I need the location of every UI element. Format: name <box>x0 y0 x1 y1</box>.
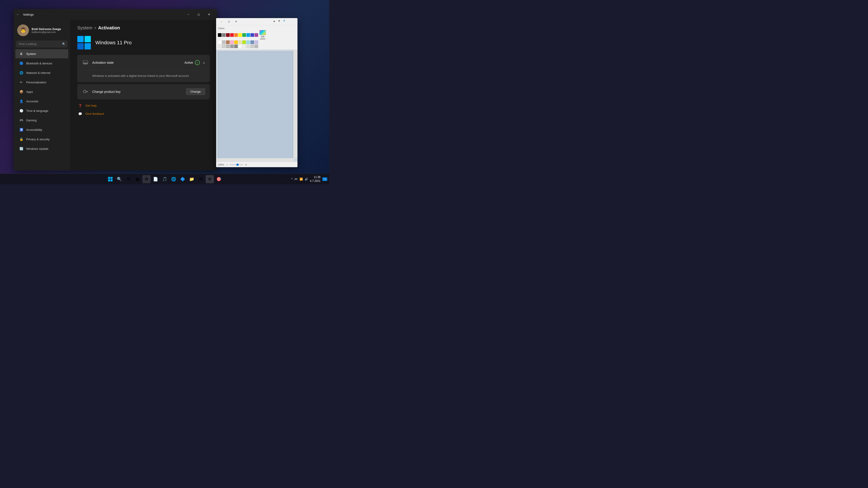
paint-maximize-button[interactable]: ◻ <box>225 19 232 24</box>
sidebar-item-privacy[interactable]: 🔒 Privacy & security <box>16 135 68 144</box>
settings-taskbar[interactable]: ⚙ <box>206 175 214 183</box>
chrome-taskbar[interactable]: 🌐 <box>169 175 178 183</box>
color-swatch-g10[interactable] <box>254 44 258 48</box>
search-icon[interactable]: 🔍 <box>62 42 66 46</box>
paint-zoom-slider[interactable] <box>230 164 243 165</box>
breadcrumb-separator: > <box>94 26 96 30</box>
color-swatch-g9[interactable] <box>250 44 254 48</box>
paint-zoom-thumb[interactable] <box>237 164 239 166</box>
breadcrumb-parent[interactable]: System <box>77 25 92 31</box>
taskbar-clock[interactable]: 11:38 4.7.2021 <box>310 175 320 183</box>
recycle-bin-taskbar[interactable]: ♻ <box>143 175 151 183</box>
color-swatch-cream[interactable] <box>238 40 242 44</box>
sidebar-item-time[interactable]: 🕐 Time & language <box>16 106 68 115</box>
update-label: Windows Update <box>26 147 49 151</box>
widgets-button[interactable]: ▦ <box>133 175 142 183</box>
color-swatch-yellow[interactable] <box>238 33 242 37</box>
color-swatch-g8[interactable] <box>246 44 250 48</box>
give-feedback-link[interactable]: 💬 Give feedback <box>77 111 210 117</box>
color-swatch-g2[interactable] <box>222 44 225 48</box>
accounts-label: Accounts <box>26 100 38 103</box>
file-taskbar[interactable]: 📄 <box>151 175 160 183</box>
close-button[interactable]: ✕ <box>204 11 214 18</box>
notification-badge[interactable]: 11 <box>322 177 327 181</box>
minimize-button[interactable]: − <box>183 11 193 18</box>
activation-card-header[interactable]: Activation state Active ✓ ▲ <box>77 55 210 70</box>
paint-zoom-minus[interactable]: − <box>226 163 228 166</box>
chevron-up-icon[interactable]: ▲ <box>203 61 205 64</box>
color-swatch-g5[interactable] <box>234 44 238 48</box>
user-profile[interactable]: 👨 Emil Geirsson Zoega krafturinn@gmail.c… <box>13 22 70 39</box>
color-swatch-black[interactable] <box>218 33 221 37</box>
paint-zoom-plus[interactable]: + <box>245 163 247 166</box>
sidebar-item-accounts[interactable]: 👤 Accounts <box>16 97 68 106</box>
sidebar-item-network[interactable]: 🌐 Network & internet <box>16 68 68 77</box>
sidebar-item-system[interactable]: 🖥 System <box>16 49 68 58</box>
svg-rect-8 <box>111 177 113 179</box>
sidebar-item-accessibility[interactable]: ♿ Accessibility <box>16 125 68 134</box>
color-swatch-blue[interactable] <box>250 33 254 37</box>
edit-colors-button[interactable]: Editcolors <box>259 30 266 40</box>
color-swatch-purple[interactable] <box>254 33 258 37</box>
color-swatch-lightgray[interactable] <box>222 40 225 44</box>
color-swatch-skyblue[interactable] <box>246 40 250 44</box>
color-swatch-darkred[interactable] <box>226 33 230 37</box>
sidebar-item-personalization[interactable]: ✏ Personalization <box>16 78 68 87</box>
task-view-button[interactable]: ⧉ <box>124 175 132 183</box>
color-swatch-lightblue[interactable] <box>246 33 250 37</box>
bluetooth-icon: 🔵 <box>19 61 24 66</box>
sidebar-item-apps[interactable]: 📦 Apps <box>16 87 68 96</box>
color-swatch-pink[interactable] <box>230 40 234 44</box>
network-tray-icon[interactable]: 📶 <box>300 177 303 181</box>
start-button[interactable] <box>106 175 114 183</box>
paint-help-button[interactable]: ? <box>282 19 286 23</box>
color-swatch-g6[interactable] <box>238 44 242 48</box>
paint-close-button[interactable]: ✕ <box>232 19 240 24</box>
color-swatch-lavender[interactable] <box>254 40 258 44</box>
sidebar-item-update[interactable]: 🔄 Windows Update <box>16 144 68 153</box>
paint-scrollbar-horizontal[interactable] <box>216 158 294 162</box>
product-key-card: Change product key Change <box>77 84 210 99</box>
desktop: ← Settings − ◻ ✕ 👨 Emil Geirsson Zoega k… <box>0 0 329 184</box>
sys-tray-expand[interactable]: ^ <box>291 177 292 181</box>
color-swatch-g3[interactable] <box>226 44 230 48</box>
personalization-label: Personalization <box>26 80 46 84</box>
color-swatch-gray[interactable] <box>222 33 225 37</box>
sidebar-item-gaming[interactable]: 🎮 Gaming <box>16 116 68 125</box>
color-swatch-g1[interactable] <box>218 44 221 48</box>
paint-nav-up[interactable]: ▲ <box>272 19 276 23</box>
color-swatch-g4[interactable] <box>230 44 234 48</box>
paint-minimize-button[interactable]: − <box>218 19 225 24</box>
search-input[interactable] <box>16 41 67 47</box>
color-swatch-brown[interactable] <box>226 40 230 44</box>
color-swatch-steelblue[interactable] <box>250 40 254 44</box>
edge-taskbar[interactable]: 🔷 <box>179 175 187 183</box>
color-palette-row3 <box>218 44 296 48</box>
paint-nav-down[interactable]: ▼ <box>277 19 281 23</box>
paint-canvas-area[interactable] <box>216 50 298 162</box>
time-label: Time & language <box>26 109 49 112</box>
paint-scrollbar-vertical[interactable] <box>294 50 298 158</box>
color-swatch-lime[interactable] <box>242 40 246 44</box>
volume-tray-icon[interactable]: 🔊 <box>305 177 308 181</box>
color-swatch-red[interactable] <box>230 33 234 37</box>
back-icon[interactable]: ← <box>16 13 20 16</box>
app-taskbar[interactable]: 🎯 <box>215 175 223 183</box>
color-swatch-gold[interactable] <box>234 40 238 44</box>
store-taskbar[interactable]: 🛍 <box>197 175 205 183</box>
settings-titlebar: ← Settings − ◻ ✕ <box>13 9 217 20</box>
system-icon: 🖥 <box>19 52 24 56</box>
bluetooth-label: Bluetooth & devices <box>26 62 52 65</box>
explorer-taskbar[interactable]: 📁 <box>188 175 196 183</box>
color-swatch-green[interactable] <box>242 33 246 37</box>
spotify-taskbar[interactable]: 🎵 <box>160 175 168 183</box>
color-swatch-orange[interactable] <box>234 33 238 37</box>
maximize-button[interactable]: ◻ <box>193 11 204 18</box>
get-help-link[interactable]: ❓ Get help <box>77 103 210 108</box>
paint-canvas[interactable] <box>218 52 293 160</box>
change-key-button[interactable]: Change <box>186 88 205 95</box>
color-swatch-g7[interactable] <box>242 44 246 48</box>
search-taskbar-button[interactable]: 🔍 <box>115 175 123 183</box>
sidebar-item-bluetooth[interactable]: 🔵 Bluetooth & devices <box>16 59 68 68</box>
color-swatch-white[interactable] <box>218 40 221 44</box>
